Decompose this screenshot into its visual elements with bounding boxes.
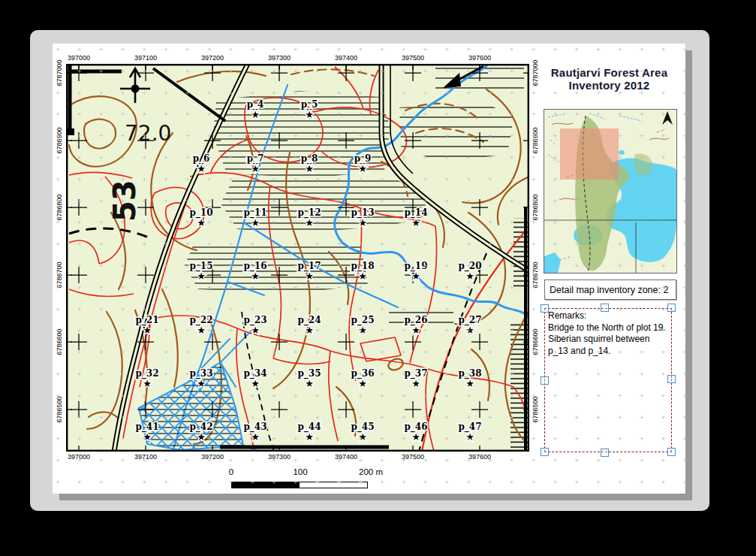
plot-star-marker: ★ — [305, 109, 314, 120]
grid-coordinate-label: 6786700 — [532, 261, 539, 288]
main-map-item[interactable]: 72.053 p_4★p_5★p_6★p_7★p_8★p_9★p_10★p_11… — [66, 64, 529, 452]
title-line-2: Inventory 2012 — [533, 79, 685, 92]
plot-star-marker: ★ — [143, 431, 152, 443]
grid-coordinate-label: 397500 — [402, 54, 424, 62]
plot-star-marker: ★ — [305, 270, 314, 282]
remarks-line-2: Bridge to the North of plot 19. — [548, 322, 671, 334]
overview-map-canvas — [544, 110, 676, 273]
selection-handle-mr[interactable] — [667, 375, 676, 383]
grid-coordinate-label: 397400 — [335, 453, 357, 461]
grid-coordinate-label: 397200 — [201, 453, 224, 461]
scalebar-label: 200 m — [359, 467, 383, 476]
plot-star-marker: ★ — [197, 270, 206, 282]
plot-star-marker: ★ — [251, 109, 260, 120]
plot-star-marker: ★ — [411, 217, 420, 228]
plot-star-marker: ★ — [305, 163, 314, 174]
plot-star-marker: ★ — [358, 378, 367, 389]
title-line-1: Rautjarvi Forest Area — [533, 66, 685, 79]
grid-coordinate-label: 397200 — [201, 54, 224, 62]
plot-star-marker: ★ — [465, 325, 474, 336]
grid-coordinate-label: 397600 — [468, 54, 491, 62]
plot-star-marker: ★ — [411, 325, 420, 336]
scalebar-label: 0 — [229, 467, 233, 476]
grid-coordinate-label: 397100 — [134, 453, 157, 461]
grid-coordinate-label: 397000 — [68, 54, 90, 62]
plot-star-marker: ★ — [305, 325, 314, 336]
selection-handle-br[interactable] — [667, 448, 676, 456]
extent-indicator — [560, 128, 619, 180]
overview-map-item[interactable] — [544, 109, 677, 273]
grid-coordinate-label: 397500 — [402, 453, 424, 461]
grid-coordinate-label: 6787000 — [56, 59, 63, 86]
overview-corner-lake — [544, 252, 561, 273]
selection-handle-tl[interactable] — [541, 304, 549, 313]
selection-handle-bl[interactable] — [541, 448, 549, 456]
plot-star-marker: ★ — [197, 217, 206, 228]
selection-handle-bc[interactable] — [601, 449, 609, 457]
grid-coordinate-label: 6786500 — [532, 396, 539, 422]
grid-coordinate-label: 6786700 — [56, 261, 63, 288]
grid-coordinate-label: 6786800 — [532, 194, 539, 220]
map-annotation: 72.0 — [125, 121, 171, 146]
grid-coordinate-label: 397300 — [268, 54, 291, 62]
map-title[interactable]: Rautjarvi Forest Area Inventory 2012 — [533, 66, 685, 92]
scalebar-segment — [299, 482, 368, 488]
plot-star-marker: ★ — [305, 378, 314, 389]
plot-star-marker: ★ — [251, 270, 260, 282]
grid-coordinate-label: 6786500 — [56, 396, 63, 422]
plot-star-marker: ★ — [411, 270, 420, 282]
remarks-line-1: Remarks: — [548, 310, 671, 322]
plot-star-marker: ★ — [143, 378, 152, 389]
selection-handle-tc[interactable] — [601, 304, 609, 312]
grid-coordinate-label: 397600 — [468, 453, 491, 461]
grid-coordinate-label: 6786900 — [56, 127, 63, 153]
layout-page: 72.053 p_4★p_5★p_6★p_7★p_8★p_9★p_10★p_11… — [53, 44, 685, 494]
north-arrow-icon — [662, 111, 673, 125]
grid-coordinate-label: 6786600 — [532, 328, 539, 355]
plot-star-marker: ★ — [465, 270, 474, 282]
plot-star-marker: ★ — [305, 431, 314, 443]
plot-star-marker: ★ — [411, 431, 420, 443]
plot-star-marker: ★ — [251, 431, 260, 443]
plot-star-marker: ★ — [251, 378, 260, 389]
scalebar-label: 100 — [293, 467, 307, 476]
plot-star-marker: ★ — [143, 325, 152, 336]
plot-star-marker: ★ — [358, 325, 367, 336]
scalebar-segment — [231, 482, 299, 488]
plot-star-marker: ★ — [358, 217, 367, 228]
grid-coordinate-label: 397000 — [68, 453, 90, 461]
grid-coordinate-label: 6786800 — [56, 194, 63, 220]
grid-coordinate-label: 397300 — [268, 453, 291, 461]
main-map-canvas: 72.053 p_4★p_5★p_6★p_7★p_8★p_9★p_10★p_11… — [66, 64, 529, 452]
map-annotation: 53 — [107, 180, 142, 222]
plot-star-marker: ★ — [251, 217, 260, 228]
plot-star-marker: ★ — [411, 378, 420, 389]
grid-coordinate-label: 397400 — [335, 54, 357, 62]
plot-star-marker: ★ — [197, 163, 206, 174]
plot-star-marker: ★ — [358, 163, 367, 174]
plot-star-marker: ★ — [358, 270, 367, 282]
selection-handle-tr[interactable] — [667, 304, 676, 312]
plot-star-marker: ★ — [197, 431, 206, 443]
layout-canvas[interactable]: 72.053 p_4★p_5★p_6★p_7★p_8★p_9★p_10★p_11… — [30, 30, 709, 511]
plot-star-marker: ★ — [251, 325, 260, 336]
detail-zone-text: Detail map inventory zone: 2 — [550, 285, 668, 295]
plot-star-marker: ★ — [465, 431, 474, 443]
overview-forest-patch — [634, 153, 652, 176]
detail-zone-label-item[interactable]: Detail map inventory zone: 2 — [544, 280, 676, 300]
remarks-line-3: Siberian squirrel between p_13 and p_14. — [548, 334, 671, 357]
grid-coordinate-label: 6786600 — [56, 328, 63, 355]
plot-star-marker: ★ — [197, 378, 206, 389]
plot-star-marker: ★ — [358, 431, 367, 443]
plot-star-marker: ★ — [465, 378, 474, 389]
plot-star-marker: ★ — [305, 217, 314, 228]
plot-star-marker: ★ — [197, 325, 206, 336]
overview-pond — [619, 150, 625, 155]
grid-coordinate-label: 397100 — [134, 54, 157, 62]
selection-handle-ml[interactable] — [541, 376, 549, 385]
grid-coordinate-label: 6786900 — [532, 127, 539, 153]
remarks-item[interactable]: Remarks: Bridge to the North of plot 19.… — [544, 308, 672, 452]
plot-star-marker: ★ — [251, 163, 260, 174]
